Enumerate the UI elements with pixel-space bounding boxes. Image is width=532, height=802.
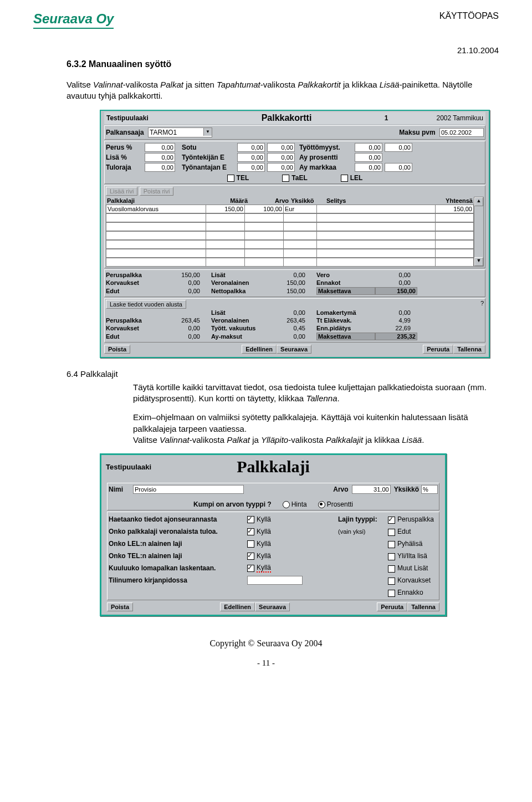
lisaa-rivi-button[interactable]: Lisää rivi bbox=[106, 187, 137, 196]
scrollbar[interactable]: ▲ ▼ bbox=[474, 197, 484, 267]
peruuta-button-2[interactable]: Peruuta bbox=[377, 602, 407, 611]
laske-button[interactable]: Laske tiedot vuoden alusta bbox=[106, 300, 186, 309]
sum-label: Korvaukset bbox=[106, 279, 161, 286]
question-label: Onko TEL:n alainen laji bbox=[109, 552, 247, 560]
tael-checkbox[interactable] bbox=[282, 175, 289, 182]
page-number: - 11 - bbox=[33, 658, 499, 668]
type-checkbox[interactable] bbox=[388, 590, 395, 597]
row-input[interactable]: 0,00 bbox=[267, 143, 295, 152]
tel-checkbox[interactable] bbox=[227, 175, 234, 182]
type-checkbox[interactable] bbox=[388, 578, 395, 585]
type-checkbox[interactable] bbox=[388, 553, 395, 560]
sum-value: 0,00 bbox=[161, 325, 200, 331]
palkansaaja-select[interactable]: TARMO1 ▼ bbox=[148, 127, 212, 137]
row-input[interactable]: 0,00 bbox=[355, 153, 382, 162]
tallenna-button-2[interactable]: Tallenna bbox=[407, 602, 439, 611]
question-checkbox[interactable] bbox=[247, 553, 254, 560]
chevron-down-icon[interactable]: ▼ bbox=[203, 128, 212, 136]
row-label: Tuloraja bbox=[106, 164, 145, 171]
row-input[interactable]: 0,00 bbox=[355, 143, 382, 152]
table-row[interactable] bbox=[106, 258, 474, 267]
scroll-down-icon[interactable]: ▼ bbox=[474, 257, 483, 266]
card-number: 1 bbox=[378, 114, 395, 122]
cell-arvo[interactable]: 100,00 bbox=[244, 205, 283, 213]
edellinen-button[interactable]: Edellinen bbox=[242, 345, 277, 354]
table-row[interactable] bbox=[106, 240, 474, 249]
seuraava-button-2[interactable]: Seuraava bbox=[255, 602, 290, 611]
question-checkbox[interactable] bbox=[247, 516, 254, 523]
table-row[interactable] bbox=[106, 231, 474, 240]
type-checkbox[interactable] bbox=[388, 517, 395, 524]
sum-label: Peruspalkka bbox=[106, 272, 161, 278]
type-checkbox[interactable] bbox=[388, 541, 395, 548]
type-label: Korvaukset bbox=[397, 576, 431, 584]
tilinumero-input[interactable] bbox=[247, 576, 303, 585]
table-row[interactable] bbox=[106, 213, 474, 222]
edellinen-button-2[interactable]: Edellinen bbox=[220, 602, 255, 611]
maksu-pvm-input[interactable]: 05.02.2002 bbox=[439, 128, 484, 137]
sum-value: 150,00 bbox=[267, 279, 305, 286]
cell-laji[interactable]: Vuosilomaklorvaus bbox=[106, 205, 206, 213]
sum-value: 0,00 bbox=[372, 309, 411, 316]
yksikko-input[interactable]: % bbox=[421, 485, 438, 494]
type-checkbox[interactable] bbox=[388, 565, 395, 573]
question-checkbox[interactable] bbox=[247, 540, 254, 548]
scroll-up-icon[interactable]: ▲ bbox=[474, 197, 483, 206]
row-input[interactable]: 0,00 bbox=[385, 143, 412, 152]
row-input[interactable]: 0,00 bbox=[355, 163, 382, 172]
lel-checkbox[interactable] bbox=[341, 175, 348, 182]
row-input[interactable]: 0,00 bbox=[145, 153, 175, 162]
sum-value: 150,00 bbox=[267, 288, 305, 294]
row-input[interactable]: 0,00 bbox=[237, 153, 265, 162]
sum-label: Veronalainen bbox=[211, 317, 267, 324]
cell-yks[interactable]: Eur bbox=[283, 205, 316, 213]
cell-selitys[interactable] bbox=[316, 205, 435, 213]
seuraava-button[interactable]: Seuraava bbox=[277, 345, 311, 354]
row-input[interactable]: 0,00 bbox=[237, 163, 265, 172]
sum-label: Edut bbox=[106, 333, 161, 340]
poista-rivi-button[interactable]: Poista rivi bbox=[140, 187, 174, 196]
sum-value: 0,00 bbox=[161, 333, 200, 340]
company-label-2: Testipuulaaki bbox=[106, 463, 183, 471]
table-row[interactable]: Vuosilomaklorvaus 150,00 100,00 Eur 150,… bbox=[106, 205, 474, 213]
hinta-radio[interactable] bbox=[283, 501, 290, 508]
tallenna-button[interactable]: Tallenna bbox=[453, 345, 485, 354]
poista-button[interactable]: Poista bbox=[104, 345, 130, 354]
sum-value: 0,00 bbox=[267, 272, 305, 278]
sum-label: Ennakot bbox=[316, 279, 372, 286]
sum-label: Nettopalkka bbox=[211, 288, 267, 294]
row-input[interactable]: 0,00 bbox=[145, 163, 175, 172]
sum-label: Korvaukset bbox=[106, 325, 161, 331]
poista-button-2[interactable]: Poista bbox=[107, 602, 133, 611]
cell-maara[interactable]: 150,00 bbox=[206, 205, 244, 213]
palkansaaja-value: TARMO1 bbox=[150, 129, 177, 136]
kylla-label: Kyllä bbox=[257, 564, 271, 573]
row-label: Työntekijän E bbox=[182, 154, 237, 161]
arvo-input[interactable]: 31,00 bbox=[352, 485, 391, 494]
window-title: Palkkakortti bbox=[195, 113, 378, 123]
question-label: Haetaanko tiedot ajonseurannasta bbox=[109, 515, 247, 523]
type-checkbox[interactable] bbox=[388, 529, 395, 536]
kylla-label: Kyllä bbox=[257, 528, 271, 535]
row-input[interactable]: 0,00 bbox=[267, 163, 295, 172]
row-input[interactable]: 0,00 bbox=[385, 163, 412, 172]
nimi-input[interactable]: Provisio bbox=[133, 485, 244, 494]
company-label: Testipuulaaki bbox=[106, 114, 195, 122]
row-label: Ay markkaa bbox=[299, 164, 355, 171]
sum-value: 22,69 bbox=[372, 325, 411, 331]
paragraph-632: Valitse Valinnat-valikosta Palkat ja sit… bbox=[66, 79, 499, 102]
table-row[interactable] bbox=[106, 222, 474, 231]
cell-yht[interactable]: 150,00 bbox=[435, 205, 474, 213]
period-label: 2002 Tammikuu bbox=[395, 114, 483, 122]
sum-label: Tyött. vakuutus bbox=[211, 325, 267, 331]
doc-date: 21.10.2004 bbox=[33, 45, 499, 55]
question-checkbox[interactable] bbox=[247, 565, 254, 572]
row-input[interactable]: 0,00 bbox=[267, 153, 295, 162]
prosentti-radio[interactable] bbox=[318, 501, 325, 508]
table-row[interactable] bbox=[106, 249, 474, 258]
row-input[interactable]: 0,00 bbox=[145, 143, 175, 152]
sum-label: Maksettava bbox=[316, 287, 375, 295]
row-input[interactable]: 0,00 bbox=[237, 143, 265, 152]
question-checkbox[interactable] bbox=[247, 528, 254, 535]
peruuta-button[interactable]: Peruuta bbox=[423, 345, 453, 354]
